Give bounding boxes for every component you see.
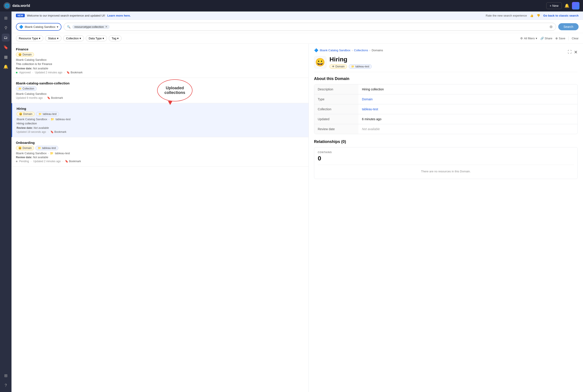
info-row-description: Description Hiring collection <box>314 84 578 94</box>
bell-icon[interactable]: 🔔 <box>564 3 569 8</box>
detail-title: Hiring <box>330 56 372 63</box>
tag-label: Tag <box>112 37 116 40</box>
status-chevron: ▾ <box>57 37 58 40</box>
filters-right: ⚙ All filters ▾ 🔗 Share ⊕ Save Clear <box>520 36 578 40</box>
detail-panel: 🔷 8bank Catalog Sandbox › Collections › … <box>309 44 583 392</box>
description-value: Hiring collection <box>358 84 578 94</box>
status-filter[interactable]: Status ▾ <box>45 35 62 41</box>
logo-text: data.world <box>12 4 30 8</box>
tag-chevron: ▾ <box>117 37 119 40</box>
search-clear-button[interactable]: ⊗ <box>550 24 553 29</box>
contains-count: 0 <box>318 155 574 162</box>
result-card-8bank[interactable]: 8bank-catalog-sandbox-collection 📁 Colle… <box>12 78 308 103</box>
result-meta-finance: Approved · Updated 2 minutes ago · 🔖 Boo… <box>16 71 304 74</box>
breadcrumb-collections[interactable]: Collections <box>354 48 368 52</box>
updated-finance: Updated 2 minutes ago <box>35 71 62 74</box>
search-tag-remove[interactable]: ✕ <box>105 25 108 28</box>
all-filters-btn[interactable]: ⚙ All filters ▾ <box>520 37 537 40</box>
domain-icon-finance: 😀 <box>18 53 22 56</box>
type-label: Type <box>314 94 358 104</box>
expand-button[interactable]: ⛶ <box>568 50 572 54</box>
sidebar-item-search[interactable]: ⚲ <box>2 24 10 32</box>
thumbs-up-icon[interactable]: 👍 <box>530 14 534 17</box>
result-title-onboarding: Onboarding <box>16 141 304 144</box>
sidebar-item-help[interactable]: ? <box>2 382 10 389</box>
avatar[interactable] <box>572 2 580 10</box>
banner-left: NEW Welcome to our improved search exper… <box>16 14 130 17</box>
result-card-finance[interactable]: Finance 😀 Domain 8bank Catalog Sandbox T… <box>12 44 308 78</box>
sidebar-item-table[interactable]: ▦ <box>2 53 10 61</box>
top-nav: 🌐 data.world + New 🔔 <box>0 0 583 12</box>
app-layout: ⊞ ⚲ 🗂 🔖 ▦ 🔔 ⊞ ? NEW Welcome to our impro… <box>0 12 583 392</box>
banner-learn-link[interactable]: Learn more here. <box>108 14 131 17</box>
detail-tag-domain-label: Domain <box>336 65 344 68</box>
top-nav-right: + New 🔔 <box>546 2 580 10</box>
breadcrumb-sep2: › <box>369 48 370 52</box>
save-btn[interactable]: ⊕ Save <box>555 37 565 40</box>
bookmark-onboarding[interactable]: 🔖 Bookmark <box>65 160 81 163</box>
updated-hiring: Updated 19 seconds ago <box>16 130 46 134</box>
search-tag-text: resourcetype:collection <box>74 25 104 28</box>
approved-dot-finance <box>16 72 18 73</box>
info-row-collection: Collection tableau-test <box>314 104 578 114</box>
contains-box: CONTAINS 0 There are no resources in thi… <box>314 147 578 179</box>
detail-tag-collection: 📁 tableau-test <box>349 64 372 69</box>
info-row-review: Review date Not available <box>314 124 578 134</box>
result-card-onboarding[interactable]: Onboarding 😀 Domain 📁 tableau-test 8bank… <box>12 137 308 166</box>
bookmark-8bank[interactable]: 🔖 Bookmark <box>47 96 63 100</box>
tag-collection-hiring: 📁 tableau-test <box>36 112 59 116</box>
sidebar-item-bookmark[interactable]: 🔖 <box>2 43 10 51</box>
review-date-hiring: Review date: Not available <box>16 126 304 130</box>
detail-collection-folder-icon: 📁 <box>351 65 354 68</box>
top-nav-left: 🌐 data.world <box>4 2 30 9</box>
detail-header-controls: ⛶ ✕ <box>568 50 578 55</box>
bookmark-finance[interactable]: 🔖 Bookmark <box>66 71 82 74</box>
detail-title-row: 😀 Hiring 👁 Domain 📁 tableau-test <box>314 56 578 69</box>
result-meta-8bank: Updated 9 months ago · 🔖 Bookmark <box>16 96 304 100</box>
result-card-hiring[interactable]: Hiring 😀 Domain 📁 tableau-test 8bank Cat… <box>12 103 308 137</box>
sidebar-item-grid[interactable]: ⊞ <box>2 14 10 22</box>
domain-label-finance: Domain <box>22 53 32 56</box>
sidebar-item-grid2[interactable]: ⊞ <box>2 372 10 380</box>
collection-label-hiring: tableau-test <box>43 112 56 116</box>
domain-label-onboarding: Domain <box>22 146 32 150</box>
collection-value[interactable]: tableau-test <box>358 104 578 114</box>
close-button[interactable]: ✕ <box>574 50 578 55</box>
collection-chevron: ▾ <box>80 37 81 40</box>
updated-8bank: Updated 9 months ago <box>16 96 43 100</box>
folder-icon-onboarding: 📁 <box>50 152 54 155</box>
tag-collection-onboarding: 📁 tableau-test <box>35 146 58 150</box>
thumbs-down-icon[interactable]: 👎 <box>536 14 540 17</box>
filter-divider <box>568 36 569 40</box>
breadcrumb-catalog-icon: 🔷 <box>314 48 318 52</box>
tag-domain-finance: 😀 Domain <box>16 52 34 57</box>
catalog-selector[interactable]: 🔷 8bank Catalog Sandbox ▾ <box>16 23 62 31</box>
review-date-finance: Review date: Not available <box>16 67 304 70</box>
data-type-chevron: ▾ <box>102 37 104 40</box>
resource-type-filter[interactable]: Resource Type ▾ <box>16 35 43 41</box>
banner-message: Welcome to our improved search experienc… <box>27 14 105 17</box>
bookmark-hiring[interactable]: 🔖 Bookmark <box>50 130 66 134</box>
collection-icon-onboarding: 📁 <box>38 146 41 150</box>
breadcrumb-catalog[interactable]: 8bank Catalog Sandbox <box>320 48 350 52</box>
sidebar-item-catalog[interactable]: 🗂 <box>2 34 10 42</box>
search-button[interactable]: Search <box>558 23 578 30</box>
clear-btn[interactable]: Clear <box>572 37 578 40</box>
catalog-selector-icon: 🔷 <box>19 25 24 29</box>
data-type-filter[interactable]: Data Type ▾ <box>86 35 107 41</box>
data-type-label: Data Type <box>88 37 102 40</box>
result-desc-finance: This collection is for Finance <box>16 62 304 66</box>
type-value[interactable]: Domain <box>358 94 578 104</box>
updated-onboarding: Updated 2 minutes ago <box>33 160 60 163</box>
collection-label: Collection <box>66 37 79 40</box>
collection-label-row: Collection <box>314 104 358 114</box>
classic-search-link[interactable]: Go back to classic search <box>543 14 578 17</box>
sidebar-item-bell[interactable]: 🔔 <box>2 63 10 71</box>
new-button[interactable]: + New <box>546 2 562 9</box>
share-btn[interactable]: 🔗 Share <box>540 37 552 40</box>
logo[interactable]: 🌐 data.world <box>4 2 30 9</box>
tag-filter[interactable]: Tag ▾ <box>109 35 122 41</box>
review-date-value: Not available <box>358 124 578 134</box>
status-label: Status <box>48 37 56 40</box>
collection-filter[interactable]: Collection ▾ <box>63 35 84 41</box>
